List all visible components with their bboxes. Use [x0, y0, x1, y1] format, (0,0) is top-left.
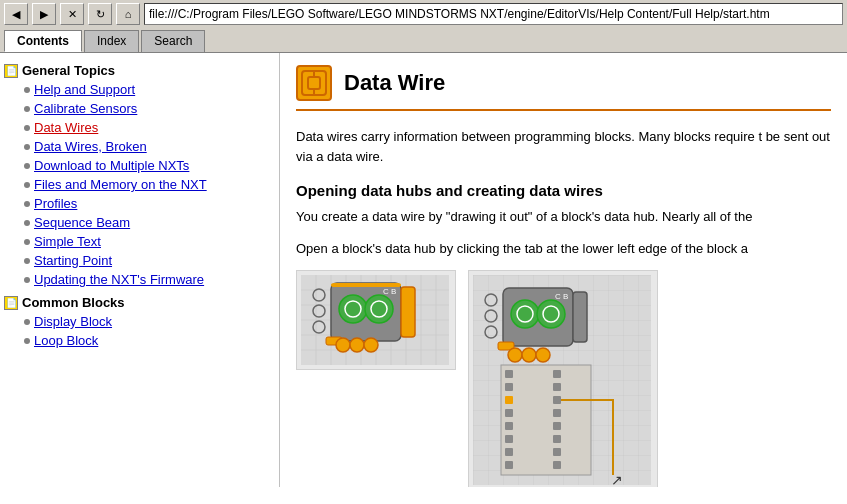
address-bar[interactable]: [144, 3, 843, 25]
svg-rect-61: [553, 396, 561, 404]
svg-text:C B: C B: [383, 287, 396, 296]
svg-rect-58: [505, 461, 513, 469]
list-item: Profiles: [24, 194, 275, 213]
tab-bar: Contents Index Search: [0, 28, 847, 52]
sidebar-item-calibrate-sensors[interactable]: Calibrate Sensors: [34, 101, 137, 116]
svg-point-25: [365, 295, 393, 323]
bullet-icon: [24, 258, 30, 264]
list-item: Sequence Beam: [24, 213, 275, 232]
list-item: Updating the NXT's Firmware: [24, 270, 275, 289]
list-item: Calibrate Sensors: [24, 99, 275, 118]
bullet-icon: [24, 182, 30, 188]
list-item: Data Wires, Broken: [24, 137, 275, 156]
svg-point-33: [364, 338, 378, 352]
svg-rect-60: [553, 383, 561, 391]
sidebar-item-sequence-beam[interactable]: Sequence Beam: [34, 215, 130, 230]
sidebar-item-profiles[interactable]: Profiles: [34, 196, 77, 211]
svg-text:↗: ↗: [611, 472, 623, 485]
sidebar-tree: 📄 General Topics Help and Support Calibr…: [0, 53, 279, 362]
sidebar-item-download-multiple[interactable]: Download to Multiple NXTs: [34, 158, 189, 173]
bullet-icon: [24, 220, 30, 226]
image-area: C B: [296, 270, 831, 487]
list-item: Data Wires: [24, 118, 275, 137]
svg-rect-52: [505, 383, 513, 391]
browser-chrome: ◀ ▶ ✕ ↻ ⌂ Contents Index Search: [0, 0, 847, 53]
bullet-icon: [24, 239, 30, 245]
section-icon: 📄: [4, 64, 18, 78]
bullet-icon: [24, 277, 30, 283]
svg-point-49: [536, 348, 550, 362]
sidebar-item-simple-text[interactable]: Simple Text: [34, 234, 101, 249]
forward-button[interactable]: ▶: [32, 3, 56, 25]
svg-rect-28: [401, 287, 415, 337]
list-item: Help and Support: [24, 80, 275, 99]
bullet-icon: [24, 163, 30, 169]
svg-rect-66: [553, 461, 561, 469]
block-svg-left: C B: [301, 275, 449, 365]
home-button[interactable]: ⌂: [116, 3, 140, 25]
sidebar-item-loop-block[interactable]: Loop Block: [34, 333, 98, 348]
svg-rect-55: [505, 422, 513, 430]
svg-rect-50: [501, 365, 591, 475]
general-topics-section: 📄 General Topics Help and Support Calibr…: [4, 61, 275, 289]
common-blocks-items: Display Block Loop Block: [4, 312, 275, 350]
bullet-icon: [24, 106, 30, 112]
sidebar-item-help-support[interactable]: Help and Support: [34, 82, 135, 97]
bullet-icon: [24, 144, 30, 150]
svg-rect-29: [331, 283, 401, 287]
bullet-icon: [24, 338, 30, 344]
sidebar-item-updating-firmware[interactable]: Updating the NXT's Firmware: [34, 272, 204, 287]
sidebar-item-files-memory[interactable]: Files and Memory on the NXT: [34, 177, 207, 192]
general-topics-items: Help and Support Calibrate Sensors Data …: [4, 80, 275, 289]
svg-rect-56: [505, 435, 513, 443]
tab-index[interactable]: Index: [84, 30, 139, 52]
svg-rect-45: [573, 292, 587, 342]
list-item: Starting Point: [24, 251, 275, 270]
main-layout: 📄 General Topics Help and Support Calibr…: [0, 53, 847, 487]
page-title: Data Wire: [344, 70, 445, 96]
page-icon: [296, 65, 332, 101]
list-item: Display Block: [24, 312, 275, 331]
list-item: Loop Block: [24, 331, 275, 350]
refresh-button[interactable]: ↻: [88, 3, 112, 25]
list-item: Files and Memory on the NXT: [24, 175, 275, 194]
block-diagram-left: C B: [296, 270, 456, 370]
svg-point-31: [336, 338, 350, 352]
svg-point-48: [522, 348, 536, 362]
content-paragraph-2: You create a data wire by "drawing it ou…: [296, 207, 831, 227]
tab-search[interactable]: Search: [141, 30, 205, 52]
section-icon: 📄: [4, 296, 18, 310]
sidebar-item-starting-point[interactable]: Starting Point: [34, 253, 112, 268]
left-panel: 📄 General Topics Help and Support Calibr…: [0, 53, 280, 487]
block-diagram-right: C B: [468, 270, 658, 487]
svg-rect-63: [553, 422, 561, 430]
stop-button[interactable]: ✕: [60, 3, 84, 25]
section-heading: Opening data hubs and creating data wire…: [296, 182, 831, 199]
sidebar-item-display-block[interactable]: Display Block: [34, 314, 112, 329]
content-paragraph-3: Open a block's data hub by clicking the …: [296, 239, 831, 259]
list-item: Download to Multiple NXTs: [24, 156, 275, 175]
sidebar-item-data-wires-broken[interactable]: Data Wires, Broken: [34, 139, 147, 154]
svg-point-47: [508, 348, 522, 362]
list-item: Simple Text: [24, 232, 275, 251]
svg-rect-51: [505, 370, 513, 378]
general-topics-label: General Topics: [22, 63, 115, 78]
bullet-icon: [24, 201, 30, 207]
svg-point-32: [350, 338, 364, 352]
svg-rect-65: [553, 448, 561, 456]
svg-rect-57: [505, 448, 513, 456]
page-header: Data Wire: [296, 65, 831, 111]
right-panel: Data Wire Data wires carry information b…: [280, 53, 847, 487]
back-button[interactable]: ◀: [4, 3, 28, 25]
svg-rect-62: [553, 409, 561, 417]
bullet-icon: [24, 319, 30, 325]
svg-rect-53: [505, 396, 513, 404]
sidebar-item-data-wires[interactable]: Data Wires: [34, 120, 98, 135]
general-topics-header: 📄 General Topics: [4, 61, 275, 80]
bullet-icon: [24, 87, 30, 93]
content-paragraph-1: Data wires carry information between pro…: [296, 127, 831, 166]
svg-rect-54: [505, 409, 513, 417]
svg-rect-59: [553, 370, 561, 378]
tab-contents[interactable]: Contents: [4, 30, 82, 52]
svg-point-41: [511, 300, 539, 328]
